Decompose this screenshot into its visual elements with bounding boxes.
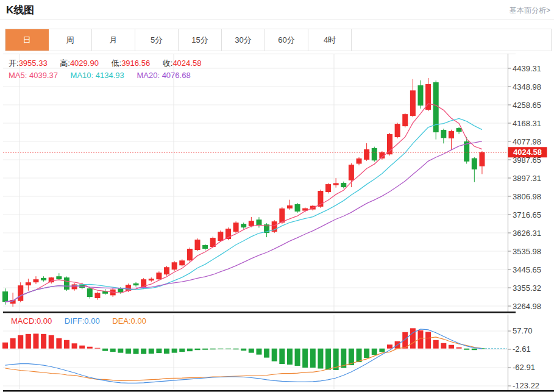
macd-bar [472,349,477,350]
ma5-line [5,104,482,302]
y-axis-label: 3897.31 [513,174,541,183]
candle [64,277,69,290]
candle [179,260,185,265]
y-axis-label: 3445.65 [513,265,541,274]
candle [72,284,77,289]
candle [56,276,62,279]
diff-label: DIFF: [65,316,85,326]
ma20-label: MA20: [137,71,160,80]
macd-value: 0.00 [37,316,52,326]
candle [325,184,331,192]
candle [233,223,239,232]
macd-bar [64,340,69,349]
macd-bar [256,349,261,355]
macd-bar [410,328,416,348]
macd-label: MACD: [11,316,37,326]
macd-bar [156,349,162,353]
candle [94,293,100,298]
macd-bar [425,332,431,348]
macd-bar [33,333,38,348]
y-axis-label: 3535.98 [513,247,541,256]
macd-bar [226,349,231,349]
macd-bar [172,349,177,353]
ma10-line [5,118,482,302]
macd-bar [110,349,116,352]
candle [218,232,223,241]
macd-bar [72,343,77,348]
macd-y-axis-label: 57.70 [513,326,533,335]
y-axis-label: 4439.31 [513,64,541,73]
macd-y-axis-label: -2.61 [513,344,531,354]
candle [333,183,339,185]
macd-bar [210,349,216,349]
y-axis-label: 4348.98 [513,82,541,91]
candle [2,291,8,302]
macd-info-row: MACD:0.00 DIFF:0.00 DEA:0.00 [11,316,157,326]
ma10-label: MA10: [71,71,94,80]
candle [26,282,31,285]
candle [349,165,354,180]
candle [172,262,177,269]
ma20-line [5,141,482,302]
macd-bar [287,349,293,365]
candle [156,273,162,279]
candle [149,279,154,280]
candle [49,277,54,282]
y-axis-label: 4258.65 [513,101,541,110]
panel-separator [3,312,516,313]
candle [372,148,377,160]
macd-bar [449,345,454,349]
candle [364,149,369,160]
ma5-value: 4039.37 [29,71,58,80]
macd-bar [325,349,331,370]
macd-bar [364,349,369,358]
candle [87,288,93,297]
high-label: 高: [60,59,70,68]
candle [241,224,246,227]
macd-bar [94,348,100,349]
candle [341,183,346,187]
macd-bar [233,349,239,349]
macd-bar [187,349,193,351]
y-axis-label: 3716.65 [513,210,541,219]
y-axis-label: 3626.31 [513,229,541,238]
macd-bar [218,349,223,349]
macd-bar [241,349,246,351]
candle [33,279,38,282]
high-value: 4029.90 [70,59,99,68]
macd-bar [126,349,131,354]
candle [41,278,46,280]
candle [395,124,400,137]
macd-bar [433,340,439,349]
macd-bar [118,349,123,353]
candle [410,90,416,116]
ma-info-row: MA5: 4039.37 MA10: 4134.93 MA20: 4076.68 [9,71,201,80]
ma10-value: 4134.93 [96,71,124,80]
macd-bar [87,347,93,349]
macd-bar [141,349,146,354]
macd-bar [464,349,469,350]
low-label: 低: [112,59,122,68]
candle [479,152,485,166]
candle [402,114,408,126]
y-axis-label: 3264.98 [513,302,541,311]
open-label: 开: [9,59,19,68]
candle [295,204,300,212]
macd-bar [264,349,269,358]
macd-bar [102,349,108,351]
macd-bar [279,349,285,364]
candle [287,205,293,208]
candle [456,128,462,132]
candle [449,131,454,138]
macd-bar [149,349,154,354]
candle [164,267,169,274]
dea-label: DEA: [112,316,130,326]
macd-bar [202,349,208,350]
candle [357,159,362,164]
macd-y-axis-label: -62.91 [513,363,535,372]
candle [133,283,139,285]
last-price-badge-text: 4024.58 [513,148,542,157]
y-axis-label: 4077.98 [513,137,541,146]
y-axis-label: 4168.31 [513,119,541,128]
ma20-value: 4076.68 [162,71,191,80]
